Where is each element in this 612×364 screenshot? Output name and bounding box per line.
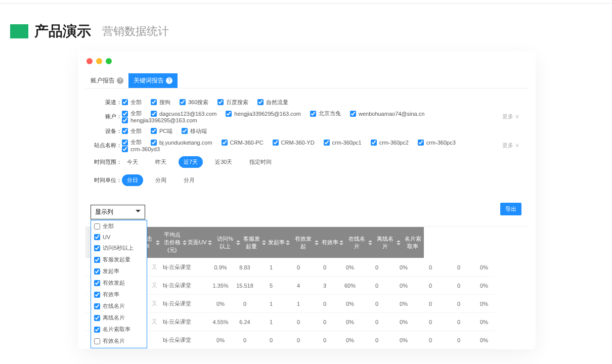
checkbox[interactable]	[94, 280, 100, 286]
maximize-icon[interactable]	[106, 58, 112, 64]
checkbox[interactable]	[257, 99, 264, 105]
minimize-icon[interactable]	[96, 58, 102, 64]
td-yxr: 0%	[391, 277, 416, 295]
tab-label: 账户报告	[91, 76, 115, 85]
checkbox[interactable]	[94, 245, 100, 251]
checkbox[interactable]	[324, 140, 330, 146]
site-option-4[interactable]: crm-360pc1	[324, 140, 362, 146]
checkbox[interactable]	[418, 140, 424, 146]
more-sites[interactable]: 更多 ∨	[502, 142, 523, 149]
more-accounts[interactable]: 更多 ∨	[502, 113, 523, 120]
tab-account-report[interactable]: 账户报告 ?	[85, 73, 128, 88]
checkbox[interactable]	[180, 99, 186, 105]
checkbox[interactable]	[122, 117, 128, 123]
dropdown-item-0[interactable]: 全部	[91, 220, 147, 232]
account-option-2[interactable]: hengjia3396295@163.com	[226, 111, 301, 117]
checkbox[interactable]	[122, 146, 128, 152]
dropdown-item-1[interactable]: UV	[91, 232, 147, 242]
checkbox[interactable]	[122, 128, 128, 134]
dropdown-item-2[interactable]: 访问5秒以上	[91, 242, 147, 254]
help-icon[interactable]: ?	[117, 77, 123, 84]
checkbox[interactable]	[122, 99, 128, 105]
dropdown-item-7[interactable]: 在线名片	[91, 300, 147, 312]
checkbox[interactable]	[151, 140, 157, 146]
dropdown-item-3[interactable]: 客服发起量	[91, 254, 147, 265]
dropdown-item-4[interactable]: 发起率	[91, 265, 147, 277]
th-suo[interactable]: 名片索取率	[402, 227, 424, 258]
display-columns-dropdown[interactable]: 全部UV访问5秒以上客服发起量发起率有效发起有效率在线名片离线名片名片索取率有效…	[91, 220, 147, 348]
channel-option-0[interactable]: 全部	[122, 99, 142, 106]
help-icon[interactable]: ?	[166, 77, 172, 84]
checkbox[interactable]	[94, 327, 100, 333]
checkbox[interactable]	[217, 99, 224, 105]
site-option-7[interactable]: crm-360yd3	[122, 146, 160, 152]
checkbox[interactable]	[273, 140, 279, 146]
account-option-0[interactable]: 全部	[122, 110, 142, 117]
checkbox[interactable]	[122, 140, 128, 146]
checkbox[interactable]	[226, 111, 232, 117]
checkbox[interactable]	[94, 257, 100, 263]
th-lxmp[interactable]: 离线名片	[373, 227, 402, 258]
range-option-0[interactable]: 今天	[122, 156, 143, 168]
dropdown-item-10[interactable]: 有效名片	[91, 335, 147, 347]
site-option-0[interactable]: 全部	[122, 139, 142, 146]
range-option-1[interactable]: 昨天	[150, 156, 171, 168]
dropdown-item-9[interactable]: 名片索取率	[91, 324, 147, 335]
checkbox[interactable]	[94, 292, 100, 298]
display-columns-select[interactable]: 显示列	[91, 205, 145, 219]
channel-option-1[interactable]: 搜狗	[151, 99, 170, 106]
site-option-5[interactable]: crm-360pc2	[371, 140, 409, 146]
device-option-1[interactable]: PC端	[151, 127, 172, 135]
site-option-3[interactable]: CRM-360-YD	[273, 140, 315, 146]
range-option-3[interactable]: 近30天	[210, 156, 237, 168]
site-option-6[interactable]: crm-360pc3	[418, 140, 456, 146]
device-option-0[interactable]: 全部	[122, 127, 142, 135]
checkbox[interactable]	[94, 234, 100, 240]
site-option-1[interactable]: bj.yunduoketang.com	[151, 140, 212, 146]
th-fqr[interactable]: 发起率	[266, 227, 291, 258]
checkbox[interactable]	[94, 223, 100, 230]
checkbox[interactable]	[310, 111, 316, 117]
checkbox[interactable]	[94, 315, 100, 321]
site-option-2[interactable]: CRM-360-PC	[222, 140, 264, 146]
unit-option-2[interactable]: 分月	[179, 174, 200, 186]
account-option-1[interactable]: dagcuos123@163.com	[151, 111, 216, 117]
unit-option-0[interactable]: 分日	[122, 174, 143, 186]
account-option-4[interactable]: wenbohuamao74@sina.cn	[350, 111, 424, 117]
export-button[interactable]: 导出	[500, 203, 521, 215]
account-option-5[interactable]: hengjia3396295@163.com	[122, 117, 197, 123]
channel-option-3[interactable]: 百度搜索	[217, 99, 248, 106]
dropdown-item-8[interactable]: 离线名片	[91, 312, 147, 324]
checkbox[interactable]	[94, 303, 100, 309]
checkbox[interactable]	[151, 99, 157, 105]
th-zxmp[interactable]: 在线名片	[345, 227, 373, 258]
checkbox[interactable]	[222, 140, 228, 146]
dropdown-item-label: 访问5秒以上	[103, 244, 134, 252]
checkbox[interactable]	[151, 111, 157, 117]
range-option-4[interactable]: 指定时间	[244, 156, 277, 168]
dropdown-item-6[interactable]: 有效率	[91, 289, 147, 300]
th-kf[interactable]: 客服发起量	[241, 227, 266, 258]
channel-option-4[interactable]: 自然流量	[257, 99, 288, 106]
device-option-2[interactable]: 移动端	[182, 127, 207, 135]
checkbox[interactable]	[182, 128, 188, 134]
th-price[interactable]: 平均点击价格(元)	[161, 227, 186, 258]
th-uv[interactable]: 页面UV	[186, 227, 213, 258]
dropdown-item-5[interactable]: 有效发起	[91, 277, 147, 289]
unit-option-1[interactable]: 分周	[150, 174, 171, 186]
channel-option-2[interactable]: 360搜索	[180, 99, 208, 106]
checkbox[interactable]	[371, 140, 377, 146]
th-v5[interactable]: 访问%以上	[213, 227, 241, 258]
th-yxr[interactable]: 有效率	[320, 227, 345, 258]
checkbox[interactable]	[122, 111, 128, 117]
close-icon[interactable]	[86, 58, 93, 64]
tab-keyword-report[interactable]: 关键词报告 ?	[128, 73, 178, 88]
th-yxfq[interactable]: 有效发起	[291, 227, 320, 258]
checkbox[interactable]	[94, 268, 100, 275]
range-option-2[interactable]: 近7天	[179, 156, 203, 168]
checkbox[interactable]	[94, 338, 100, 344]
account-option-3[interactable]: 北京当兔	[310, 110, 341, 117]
sort-icon	[262, 240, 265, 245]
checkbox[interactable]	[350, 111, 356, 117]
checkbox[interactable]	[151, 128, 157, 134]
